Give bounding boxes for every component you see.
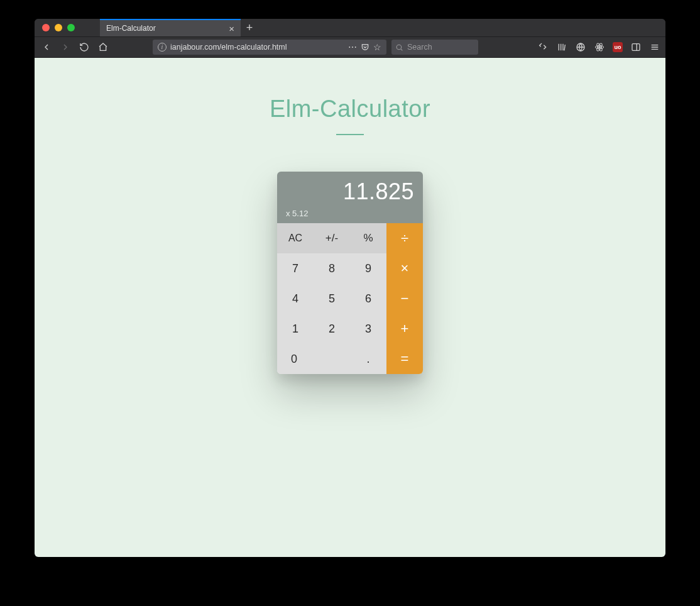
ublock-icon[interactable]: uo (613, 42, 623, 52)
display-main-value: 11.825 (286, 179, 414, 205)
key-ac[interactable]: AC (277, 223, 314, 253)
page-viewport: Elm-Calculator 11.825 x 5.12 AC +/- % ÷ … (35, 58, 665, 557)
key-3[interactable]: 3 (350, 314, 386, 344)
page-actions-icon[interactable]: ⋯ (348, 42, 357, 52)
tab-bar: Elm-Calculator × + (100, 19, 258, 36)
site-info-icon[interactable]: i (158, 43, 167, 52)
back-button[interactable] (40, 40, 53, 54)
url-text: ianjabour.com/elm-calculator.html (170, 43, 344, 52)
svg-point-7 (599, 47, 601, 48)
react-devtools-icon[interactable] (594, 41, 605, 53)
window-minimize-button[interactable] (55, 24, 62, 31)
key-2[interactable]: 2 (314, 314, 350, 344)
key-6[interactable]: 6 (350, 284, 386, 314)
window-close-button[interactable] (42, 24, 50, 31)
calculator-keypad: AC +/- % ÷ 7 8 9 × 4 5 6 − 1 2 3 + 0 . = (277, 223, 423, 374)
library-icon[interactable] (556, 41, 567, 53)
tab-close-icon[interactable]: × (229, 24, 234, 33)
home-button[interactable] (96, 40, 110, 54)
key-multiply[interactable]: × (386, 253, 423, 284)
devtools-icon[interactable] (537, 41, 549, 53)
title-underline (336, 134, 364, 135)
calculator-display: 11.825 x 5.12 (277, 172, 423, 223)
key-sign[interactable]: +/- (314, 223, 350, 253)
search-bar[interactable]: Search (391, 40, 478, 55)
window-maximize-button[interactable] (67, 24, 75, 31)
key-0[interactable]: 0 (277, 344, 350, 374)
svg-line-1 (401, 49, 402, 50)
forward-button[interactable] (58, 40, 72, 54)
tab-title: Elm-Calculator (106, 24, 224, 33)
browser-window: Elm-Calculator × + i ianjabour.com/elm-c… (35, 19, 665, 557)
key-plus[interactable]: + (386, 314, 423, 344)
key-9[interactable]: 9 (350, 253, 386, 284)
key-divide[interactable]: ÷ (386, 223, 423, 253)
browser-tab-active[interactable]: Elm-Calculator × (100, 19, 241, 36)
browser-toolbar: i ianjabour.com/elm-calculator.html ⋯ ☆ … (35, 36, 665, 58)
key-7[interactable]: 7 (277, 253, 314, 284)
hamburger-menu-icon[interactable] (649, 41, 660, 53)
key-minus[interactable]: − (386, 284, 423, 314)
bookmark-star-icon[interactable]: ☆ (373, 42, 381, 52)
toolbar-right: uo (537, 41, 660, 53)
reload-button[interactable] (77, 40, 91, 54)
window-controls (35, 24, 75, 31)
search-placeholder: Search (407, 43, 432, 52)
key-4[interactable]: 4 (277, 284, 314, 314)
new-tab-button[interactable]: + (241, 19, 258, 36)
svg-line-5 (564, 45, 565, 50)
key-equals[interactable]: = (386, 344, 423, 374)
key-8[interactable]: 8 (314, 253, 350, 284)
url-bar[interactable]: i ianjabour.com/elm-calculator.html ⋯ ☆ (153, 40, 386, 55)
key-5[interactable]: 5 (314, 284, 350, 314)
display-sub-expression: x 5.12 (286, 209, 414, 218)
svg-rect-11 (632, 44, 640, 51)
key-decimal[interactable]: . (350, 344, 386, 374)
pocket-icon[interactable] (361, 43, 369, 52)
calculator: 11.825 x 5.12 AC +/- % ÷ 7 8 9 × 4 5 6 −… (277, 172, 423, 374)
page-title: Elm-Calculator (35, 96, 665, 123)
search-icon (395, 43, 403, 52)
key-percent[interactable]: % (350, 223, 386, 253)
svg-point-0 (396, 45, 402, 50)
titlebar: Elm-Calculator × + (35, 19, 665, 36)
extension-icon[interactable] (575, 41, 586, 53)
key-1[interactable]: 1 (277, 314, 314, 344)
sidebar-icon[interactable] (630, 41, 642, 53)
